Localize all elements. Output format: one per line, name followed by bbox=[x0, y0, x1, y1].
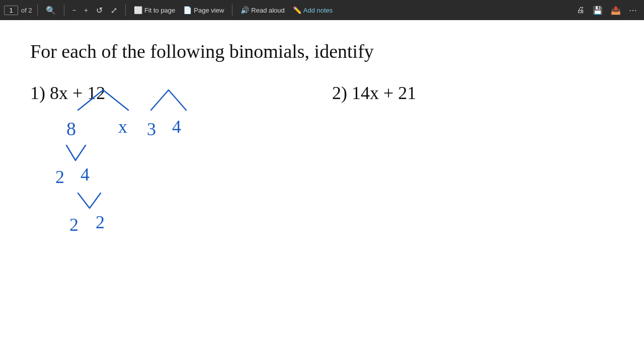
add-notes-button[interactable]: ✏️ Add notes bbox=[290, 5, 336, 16]
search-button[interactable]: 🔍 bbox=[43, 4, 59, 17]
svg-text:2: 2 bbox=[69, 215, 78, 235]
save-icon: 💾 bbox=[593, 6, 603, 15]
problem-1-container: 1) 8x + 12 8 x 3 4 bbox=[30, 82, 332, 109]
svg-text:2: 2 bbox=[96, 212, 105, 232]
save-button[interactable]: 💾 bbox=[590, 4, 606, 17]
problem-1-text: 1) 8x + 12 bbox=[30, 82, 332, 104]
page-content: For each of the following binomials, ide… bbox=[0, 20, 644, 362]
zoom-in-icon: + bbox=[84, 7, 88, 14]
svg-text:4: 4 bbox=[172, 117, 181, 137]
svg-text:8: 8 bbox=[66, 118, 76, 139]
more-icon: ⋯ bbox=[629, 6, 637, 15]
fit-to-page-button[interactable]: ⬜ Fit to page bbox=[131, 5, 178, 16]
page-number-input[interactable]: 1 bbox=[4, 6, 18, 15]
divider-3 bbox=[125, 5, 126, 16]
problems-container: 1) 8x + 12 8 x 3 4 bbox=[30, 82, 614, 109]
zoom-out-button[interactable]: − bbox=[69, 5, 79, 16]
share-button[interactable]: 📤 bbox=[608, 4, 624, 17]
read-aloud-button[interactable]: 🔊 Read aloud bbox=[237, 5, 288, 16]
divider-2 bbox=[64, 5, 64, 16]
read-aloud-icon: 🔊 bbox=[240, 6, 249, 14]
search-icon: 🔍 bbox=[46, 6, 56, 15]
problem-2-text: 2) 14x + 21 bbox=[332, 82, 634, 104]
read-aloud-label: Read aloud bbox=[251, 7, 285, 14]
svg-text:x: x bbox=[118, 117, 127, 137]
rotate-icon: ↺ bbox=[96, 6, 103, 15]
print-button[interactable]: 🖨 bbox=[574, 4, 588, 16]
fit-page-icon: ⬜ bbox=[134, 6, 142, 14]
add-notes-label: Add notes bbox=[303, 7, 333, 14]
expand-button[interactable]: ⤢ bbox=[108, 4, 120, 17]
print-icon: 🖨 bbox=[577, 6, 585, 15]
rotate-button[interactable]: ↺ bbox=[93, 4, 106, 17]
svg-text:2: 2 bbox=[55, 167, 64, 187]
problem-2-container: 2) 14x + 21 bbox=[332, 82, 634, 109]
problem-1-annotation: 8 x 3 4 2 4 2 2 bbox=[30, 82, 332, 299]
zoom-out-icon: − bbox=[72, 7, 76, 14]
svg-text:3: 3 bbox=[147, 119, 156, 139]
more-button[interactable]: ⋯ bbox=[626, 4, 640, 17]
page-view-icon: 📄 bbox=[183, 6, 192, 14]
add-notes-icon: ✏️ bbox=[293, 6, 301, 14]
zoom-in-button[interactable]: + bbox=[81, 5, 91, 16]
page-view-label: Page view bbox=[194, 7, 224, 14]
page-title: For each of the following binomials, ide… bbox=[30, 40, 614, 62]
page-navigation: 1 of 2 bbox=[4, 6, 32, 15]
divider-1 bbox=[37, 5, 38, 16]
fit-to-page-label: Fit to page bbox=[144, 7, 175, 14]
page-view-button[interactable]: 📄 Page view bbox=[180, 5, 227, 16]
total-pages-label: of 2 bbox=[21, 7, 32, 14]
toolbar: 1 of 2 🔍 − + ↺ ⤢ ⬜ Fit to page 📄 Page vi… bbox=[0, 0, 644, 20]
share-icon: 📤 bbox=[611, 6, 621, 15]
divider-4 bbox=[232, 5, 232, 16]
svg-text:4: 4 bbox=[80, 164, 90, 185]
expand-icon: ⤢ bbox=[111, 6, 117, 15]
